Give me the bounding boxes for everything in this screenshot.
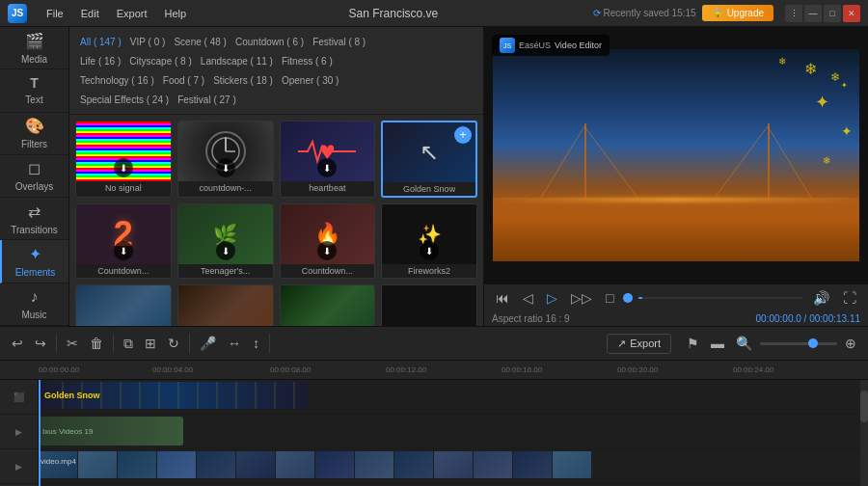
media-item-teenager[interactable]: 🌿 ⬇ Teenager's... [177, 203, 274, 279]
track-row-video2[interactable]: video.mp4 [39, 449, 868, 484]
media-item-countdown[interactable]: ⬇ countdown-... [177, 121, 274, 198]
zoom-in-button[interactable]: ⊕ [841, 334, 860, 353]
media-item-nosignal[interactable]: ⬇ No signal [75, 121, 172, 198]
subtitle-button[interactable]: ▬ [707, 334, 728, 353]
maximize-button[interactable]: □ [824, 5, 841, 22]
add-to-timeline-icon[interactable]: + [454, 126, 472, 144]
timeline-labels: ⬛ ▶ ▶ [0, 380, 39, 486]
download-icon[interactable]: ⬇ [114, 241, 133, 260]
sidebar-item-filters[interactable]: 🎨 Filters [0, 113, 68, 155]
fullscreen-button[interactable]: ⛶ [839, 288, 860, 308]
filter-tab-fitness[interactable]: Fitness ( 6 ) [279, 52, 336, 71]
filter-tab-stickers[interactable]: Stickers ( 18 ) [210, 71, 276, 91]
preview-area: JS EaséUS Video Editor [484, 27, 868, 284]
media-item-row3-2[interactable] [177, 284, 274, 326]
filter-tab-vip[interactable]: VIP ( 0 ) [127, 33, 169, 52]
ruler-mark-0: 00:00:00.00 [39, 365, 79, 374]
download-icon[interactable]: ⬇ [216, 241, 235, 260]
marker-button[interactable]: ⚑ [683, 334, 703, 353]
menu-file[interactable]: File [39, 6, 71, 21]
delete-button[interactable]: 🗑 [86, 334, 107, 353]
redo-button[interactable]: ↪ [31, 334, 50, 353]
close-button[interactable]: ✕ [843, 5, 860, 22]
playhead[interactable] [39, 380, 41, 486]
menu-export[interactable]: Export [109, 6, 155, 21]
sidebar-item-media[interactable]: 🎬 Media [0, 27, 68, 69]
golden-snow-clip-label: Golden Snow [44, 391, 100, 400]
media-label: No signal [76, 181, 171, 195]
track-row-golden-snow[interactable]: Golden Snow [39, 380, 868, 415]
zoom-slider[interactable] [760, 342, 837, 345]
media-label: Countdown... [76, 264, 171, 278]
menu-help[interactable]: Help [157, 6, 195, 21]
filter-tab-life[interactable]: Life ( 16 ) [77, 52, 123, 71]
media-item-heartbeat[interactable]: ♥ ⬇ heartbeat [280, 121, 376, 198]
ruler-mark-2: 00:00:08.00 [270, 365, 311, 374]
timeline-tracks[interactable]: Golden Snow Ixus Videos 19 video.mp4 [39, 380, 868, 486]
menu-button[interactable]: ⋮ [785, 5, 802, 22]
timeline-scroll-thumb[interactable] [860, 391, 868, 422]
filter-tab-scene[interactable]: Scene ( 48 ) [171, 33, 229, 52]
sidebar-item-elements[interactable]: ✦ Elements [0, 240, 68, 283]
menu-edit[interactable]: Edit [73, 6, 107, 21]
filter-tab-food[interactable]: Food ( 7 ) [160, 71, 207, 91]
filter-tab-technology[interactable]: Technology ( 16 ) [77, 71, 157, 91]
sidebar-item-music[interactable]: ♪ Music [0, 284, 68, 326]
transform-button[interactable]: ↕ [249, 334, 263, 353]
sidebar-label-media: Media [21, 54, 47, 65]
volume-button[interactable]: 🔊 [809, 288, 833, 308]
filter-tab-festival2[interactable]: Festival ( 27 ) [175, 91, 239, 110]
time-display: 00:00:00.0 / 00:00:13.11 [756, 313, 860, 324]
download-icon[interactable]: ⬇ [317, 158, 337, 177]
aspect-ratio-label: Aspect ratio 16 : 9 [492, 313, 570, 324]
filter-tab-all[interactable]: All ( 147 ) [77, 33, 124, 52]
upgrade-button[interactable]: 🔒 Upgrade [702, 5, 773, 21]
minimize-button[interactable]: — [804, 5, 822, 22]
split-button[interactable]: ⊞ [141, 334, 160, 353]
download-icon[interactable]: ⬇ [114, 158, 133, 177]
filter-tab-countdown[interactable]: Countdown ( 6 ) [232, 33, 307, 52]
stop-button[interactable]: □ [602, 288, 617, 308]
video-clip-1[interactable]: Ixus Videos 19 [39, 417, 183, 446]
step-back-button[interactable]: ◁ [519, 288, 537, 308]
video-clip-2[interactable]: video.mp4 [39, 451, 598, 480]
ruler-mark-1: 00:00:04.00 [152, 365, 193, 374]
timeline-scrollbar[interactable] [860, 380, 868, 486]
play-button[interactable]: ▷ [543, 288, 561, 308]
zoom-out-button[interactable]: 🔍 [732, 334, 756, 353]
filter-tab-special[interactable]: Special Effects ( 24 ) [77, 91, 172, 110]
speed-button[interactable]: ↔ [224, 334, 245, 353]
track-row-video1[interactable]: Ixus Videos 19 [39, 415, 868, 449]
step-forward-button[interactable]: ▷▷ [567, 288, 596, 308]
sidebar-item-text[interactable]: T Text [0, 69, 68, 112]
download-icon[interactable]: ⬇ [216, 158, 235, 177]
timeline-progress[interactable] [638, 297, 803, 299]
crop-button[interactable]: ⧉ [120, 334, 137, 354]
cut-button[interactable]: ✂ [63, 334, 82, 353]
audio-button[interactable]: 🎤 [196, 334, 220, 353]
media-item-row3-1[interactable] [75, 284, 172, 326]
skip-back-button[interactable]: ⏮ [492, 288, 513, 308]
media-item-row3-3[interactable] [280, 284, 376, 326]
rotate-button[interactable]: ↻ [164, 334, 183, 353]
download-icon[interactable]: ⬇ [420, 241, 439, 260]
filter-tab-landscape[interactable]: Landscape ( 11 ) [198, 52, 276, 71]
app-logo: JS [8, 4, 27, 23]
media-item-countdown2[interactable]: 2 ⬇ Countdown... [75, 203, 172, 279]
media-item-golden-snow[interactable]: ↖ + Golden Snow [381, 121, 477, 198]
export-button[interactable]: ↗ Export [607, 334, 671, 354]
sidebar-item-transitions[interactable]: ⇄ Transitions [0, 198, 68, 240]
export-icon: ↗ [617, 338, 626, 350]
download-icon[interactable]: ⬇ [317, 241, 337, 260]
undo-button[interactable]: ↩ [8, 334, 27, 353]
filter-tab-opener[interactable]: Opener ( 30 ) [279, 71, 341, 91]
media-item-countdown3[interactable]: 🔥 ⬇ Countdown... [280, 203, 376, 279]
filter-tab-festival[interactable]: Festival ( 8 ) [310, 33, 368, 52]
titlebar: JS File Edit Export Help San Francisco.v… [0, 0, 868, 27]
media-item-row3-4[interactable] [381, 284, 477, 326]
media-item-fireworks2[interactable]: ✨ ⬇ Fireworks2 [381, 203, 477, 279]
sidebar-item-overlays[interactable]: ◻ Overlays [0, 155, 68, 198]
preview-toolbar: ⏮ ◁ ▷ ▷▷ □ 🔊 ⛶ [484, 284, 868, 311]
filter-tab-cityscape[interactable]: Cityscape ( 8 ) [126, 52, 194, 71]
filters-icon: 🎨 [25, 117, 44, 135]
